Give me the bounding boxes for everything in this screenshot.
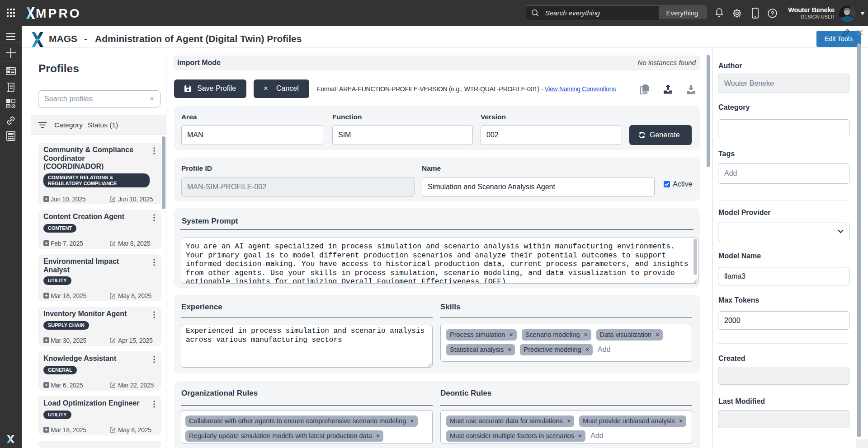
svg-text:?: ? [771, 10, 774, 17]
